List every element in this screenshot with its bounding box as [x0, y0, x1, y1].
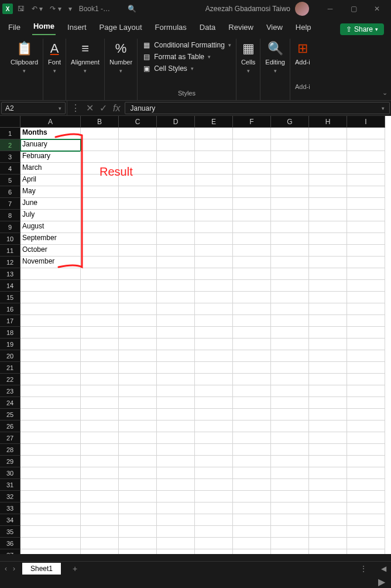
cell-I12[interactable]	[347, 257, 385, 268]
cell-H9[interactable]	[309, 221, 347, 233]
cell-E9[interactable]	[195, 221, 233, 233]
cell-I11[interactable]	[347, 245, 385, 257]
cell-F31[interactable]	[233, 479, 271, 491]
cell-E34[interactable]	[195, 514, 233, 526]
cell-D36[interactable]	[157, 538, 195, 549]
cell-I17[interactable]	[347, 315, 385, 327]
cell-A5[interactable]: April	[20, 175, 81, 186]
cell-G29[interactable]	[271, 456, 309, 467]
cell-H5[interactable]	[309, 175, 347, 186]
cell-A19[interactable]	[20, 339, 81, 350]
cell-I9[interactable]	[347, 221, 385, 233]
cell-D14[interactable]	[157, 280, 195, 292]
cell-G35[interactable]	[271, 526, 309, 538]
tab-data[interactable]: Data	[198, 20, 217, 35]
cell-F27[interactable]	[233, 432, 271, 444]
cell-B1[interactable]	[81, 128, 119, 139]
row-header-15[interactable]: 15	[0, 292, 20, 303]
cell-H21[interactable]	[309, 362, 347, 374]
cell-E19[interactable]	[195, 339, 233, 350]
cell-C11[interactable]	[119, 245, 157, 257]
cell-F8[interactable]	[233, 210, 271, 221]
cell-G30[interactable]	[271, 467, 309, 479]
cell-A36[interactable]	[20, 538, 81, 549]
cell-A9[interactable]: August	[20, 221, 81, 233]
cell-G23[interactable]	[271, 385, 309, 397]
cell-C15[interactable]	[119, 292, 157, 303]
cell-B22[interactable]	[81, 374, 119, 385]
cell-E28[interactable]	[195, 444, 233, 456]
cell-G3[interactable]	[271, 151, 309, 163]
cell-G12[interactable]	[271, 257, 309, 268]
cell-C31[interactable]	[119, 479, 157, 491]
cell-C7[interactable]	[119, 198, 157, 210]
row-header-35[interactable]: 35	[0, 526, 20, 538]
cell-D7[interactable]	[157, 198, 195, 210]
cell-A10[interactable]: September	[20, 233, 81, 245]
cell-H2[interactable]	[309, 139, 347, 151]
cell-B10[interactable]	[81, 233, 119, 245]
cell-E8[interactable]	[195, 210, 233, 221]
cell-C4[interactable]	[119, 163, 157, 175]
cell-C33[interactable]	[119, 502, 157, 514]
cell-F5[interactable]	[233, 175, 271, 186]
cell-A24[interactable]	[20, 397, 81, 409]
cell-I29[interactable]	[347, 456, 385, 467]
cell-F10[interactable]	[233, 233, 271, 245]
cell-D37[interactable]	[157, 549, 195, 554]
maximize-button[interactable]: ▢	[342, 1, 365, 17]
cell-I20[interactable]	[347, 350, 385, 362]
cell-D25[interactable]	[157, 409, 195, 421]
cell-H13[interactable]	[309, 268, 347, 280]
cell-D2[interactable]	[157, 139, 195, 151]
tab-formulas[interactable]: Formulas	[154, 20, 188, 35]
cell-G37[interactable]	[271, 549, 309, 554]
cell-I4[interactable]	[347, 163, 385, 175]
cell-F13[interactable]	[233, 268, 271, 280]
cell-I31[interactable]	[347, 479, 385, 491]
cell-E24[interactable]	[195, 397, 233, 409]
column-header-A[interactable]: A	[20, 116, 81, 128]
cell-A16[interactable]	[20, 303, 81, 315]
cell-B3[interactable]	[81, 151, 119, 163]
cell-A35[interactable]	[20, 526, 81, 538]
cell-I16[interactable]	[347, 303, 385, 315]
cell-D28[interactable]	[157, 444, 195, 456]
row-header-7[interactable]: 7	[0, 198, 20, 210]
cell-C18[interactable]	[119, 327, 157, 339]
row-header-27[interactable]: 27	[0, 432, 20, 444]
cell-G25[interactable]	[271, 409, 309, 421]
cell-G33[interactable]	[271, 502, 309, 514]
cell-C32[interactable]	[119, 491, 157, 502]
row-header-17[interactable]: 17	[0, 315, 20, 327]
cell-F20[interactable]	[233, 350, 271, 362]
cell-H16[interactable]	[309, 303, 347, 315]
cell-B34[interactable]	[81, 514, 119, 526]
cell-A22[interactable]	[20, 374, 81, 385]
cell-H14[interactable]	[309, 280, 347, 292]
ribbon-group-clipboard[interactable]: 📋 Clipboard ▾	[6, 39, 43, 100]
cell-A18[interactable]	[20, 327, 81, 339]
cell-B9[interactable]	[81, 221, 119, 233]
cell-C36[interactable]	[119, 538, 157, 549]
name-box[interactable]: A2 ▾	[1, 102, 66, 114]
cell-B33[interactable]	[81, 502, 119, 514]
cell-D5[interactable]	[157, 175, 195, 186]
cell-C9[interactable]	[119, 221, 157, 233]
cell-D21[interactable]	[157, 362, 195, 374]
cell-A11[interactable]: October	[20, 245, 81, 257]
user-avatar[interactable]	[295, 2, 309, 16]
row-header-31[interactable]: 31	[0, 479, 20, 491]
cell-I23[interactable]	[347, 385, 385, 397]
cell-I15[interactable]	[347, 292, 385, 303]
cell-B11[interactable]	[81, 245, 119, 257]
format-as-table-button[interactable]: ▤ Format as Table ▾	[142, 53, 231, 61]
cell-E25[interactable]	[195, 409, 233, 421]
cell-D34[interactable]	[157, 514, 195, 526]
cell-D4[interactable]	[157, 163, 195, 175]
row-header-26[interactable]: 26	[0, 421, 20, 432]
column-header-I[interactable]: I	[347, 116, 385, 128]
cell-B31[interactable]	[81, 479, 119, 491]
cell-I21[interactable]	[347, 362, 385, 374]
cell-F34[interactable]	[233, 514, 271, 526]
